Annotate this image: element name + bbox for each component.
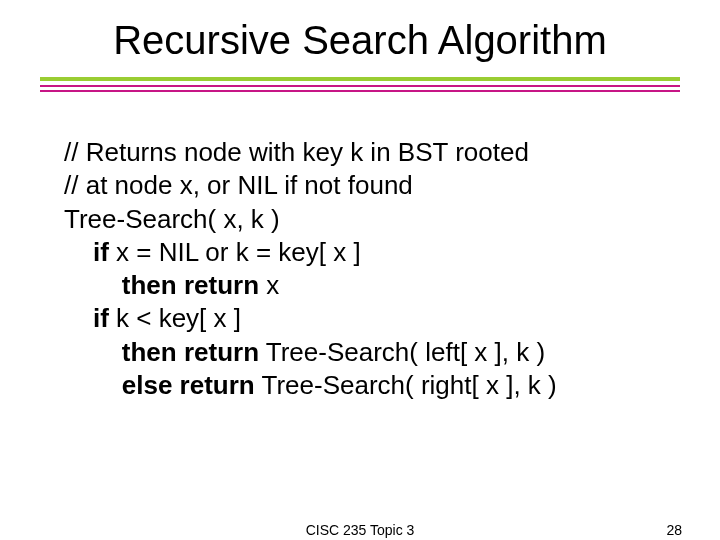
code-line: Tree-Search( x, k ) <box>64 203 680 236</box>
code-line: else return Tree-Search( right[ x ], k ) <box>64 369 680 402</box>
code-line: // Returns node with key k in BST rooted <box>64 136 680 169</box>
page-number: 28 <box>666 522 682 538</box>
code-line: // at node x, or NIL if not found <box>64 169 680 202</box>
rule-magenta-2 <box>40 90 680 92</box>
code-line: if x = NIL or k = key[ x ] <box>64 236 680 269</box>
footer-topic: CISC 235 Topic 3 <box>306 522 415 538</box>
slide-title: Recursive Search Algorithm <box>0 0 720 77</box>
code-line: then return x <box>64 269 680 302</box>
code-line: if k < key[ x ] <box>64 302 680 335</box>
divider-rules <box>40 77 680 92</box>
code-line: then return Tree-Search( left[ x ], k ) <box>64 336 680 369</box>
code-block: // Returns node with key k in BST rooted… <box>64 136 680 402</box>
